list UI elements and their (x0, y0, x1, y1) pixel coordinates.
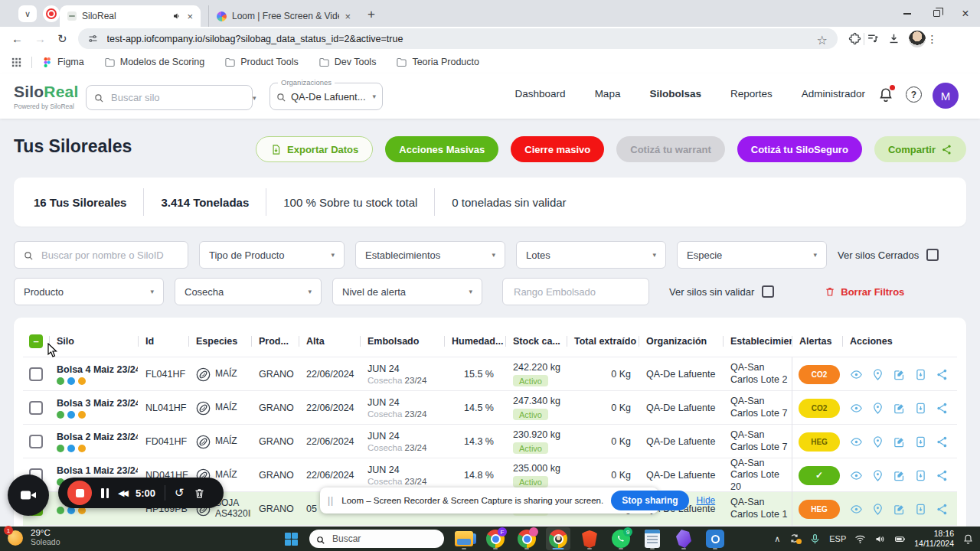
microphone-icon[interactable] (809, 533, 821, 545)
profile-avatar[interactable] (909, 31, 926, 47)
column-header-silo[interactable]: Silo (49, 336, 138, 347)
nav-item-mapa[interactable]: Mapa (595, 88, 621, 99)
weather-widget[interactable]: 1 29°CSoleado (6, 528, 60, 546)
nav-item-reportes[interactable]: Reportes (730, 88, 773, 99)
column-header-establecimiento[interactable]: Establecimiento (723, 336, 792, 347)
column-header-alertas[interactable]: Alertas (792, 336, 842, 347)
clear-filters-button[interactable]: Borrar Filtros (825, 286, 904, 298)
alert-badge[interactable]: HEG (799, 432, 840, 452)
tab-siloreal[interactable]: SiloReal × (60, 5, 201, 27)
silo-search[interactable]: ▾ (86, 85, 253, 110)
bookmark-star-icon[interactable]: ☆ (817, 33, 828, 44)
button-cierre-masivo[interactable]: Cierre masivo (511, 136, 604, 162)
column-header-alta[interactable]: Alta (299, 336, 360, 347)
alert-badge[interactable]: CO2 (799, 365, 840, 384)
share-icon[interactable] (936, 503, 949, 516)
column-header-acciones[interactable]: Acciones (842, 336, 949, 347)
loom-camera-bubble[interactable] (8, 474, 49, 516)
table-row[interactable]: Bolsa 4 Maiz 23/24FL041HFMAÍZGRANO22/06/… (23, 357, 957, 391)
column-header-total-extra-do[interactable]: Total extraído (567, 336, 639, 347)
share-icon[interactable] (936, 402, 949, 415)
rewind-icon[interactable]: ◀◀ (118, 488, 126, 498)
column-header-stock-ca-[interactable]: Stock ca... (505, 336, 567, 347)
button-compartir[interactable]: Compartir (874, 136, 966, 162)
location-icon[interactable] (871, 368, 884, 381)
share-icon[interactable] (936, 469, 949, 482)
column-header-prod-[interactable]: Prod... (251, 336, 299, 347)
tab-close-icon[interactable]: × (187, 11, 193, 22)
trash-icon[interactable] (194, 487, 205, 499)
edit-icon[interactable] (893, 435, 906, 448)
language-indicator[interactable]: ESP (829, 534, 846, 543)
table-row[interactable]: Bolsa 2 Maiz 23/24FD041HFMAÍZGRANO22/06/… (23, 425, 957, 458)
notepad-icon[interactable] (640, 527, 665, 550)
media-control-icon[interactable] (867, 32, 880, 45)
filter-input[interactable] (40, 249, 178, 262)
button-cotiz-tu-siloseguro[interactable]: Cotizá tu SiloSeguro (737, 136, 862, 162)
bookmark-item[interactable]: Product Tools (224, 57, 299, 68)
brave-icon[interactable] (577, 527, 602, 550)
edit-icon[interactable] (893, 503, 906, 516)
wifi-icon[interactable] (854, 533, 866, 545)
location-icon[interactable] (871, 435, 884, 448)
filter-select-especie[interactable]: Especie▾ (677, 241, 827, 269)
downloads-icon[interactable] (887, 32, 900, 45)
nav-item-administrador[interactable]: Administrador (802, 88, 865, 99)
whatsapp-icon[interactable]: 9 (609, 527, 633, 550)
url-input[interactable] (106, 33, 810, 45)
taskbar-search[interactable] (309, 530, 444, 548)
pause-icon[interactable] (101, 488, 109, 498)
reload-icon[interactable]: ↻ (57, 32, 67, 46)
chrome-profile-f-icon[interactable]: F (483, 527, 508, 550)
stop-recording-button[interactable] (67, 481, 92, 505)
column-header-id[interactable]: Id (138, 336, 188, 347)
nav-item-dashboard[interactable]: Dashboard (515, 88, 566, 99)
row-checkbox[interactable] (29, 367, 43, 381)
taskbar-search-input[interactable] (331, 533, 452, 545)
edit-icon[interactable] (893, 402, 906, 415)
stop-sharing-button[interactable]: Stop sharing (611, 491, 688, 510)
bookmark-item[interactable]: Dev Tools (318, 57, 377, 68)
back-icon[interactable]: ← (11, 32, 23, 45)
forward-icon[interactable]: → (34, 32, 46, 45)
column-header-embolsado[interactable]: Embolsado (360, 336, 444, 347)
help-icon[interactable]: ? (906, 86, 922, 103)
filter-input[interactable] (502, 278, 649, 305)
apps-grid-icon[interactable] (11, 57, 22, 68)
notification-bell-icon[interactable] (962, 533, 974, 545)
organization-select[interactable]: Organizaciones QA-De Lafuent... ▾ (270, 83, 383, 110)
filter-checkbox-ver-silos-sin-validar[interactable]: Ver silos sin validar (669, 285, 774, 298)
checkbox[interactable] (762, 285, 774, 298)
silo-search-input[interactable] (109, 91, 247, 104)
silo-name-cell[interactable]: Bolsa 2 Maiz 23/24 (49, 432, 138, 452)
minimize-button[interactable] (893, 0, 922, 27)
location-icon[interactable] (871, 503, 884, 516)
select-all-checkbox[interactable]: – (29, 334, 43, 348)
filter-select-producto[interactable]: Producto▾ (14, 278, 164, 305)
alert-badge[interactable]: HEG (799, 500, 840, 519)
extensions-icon[interactable] (848, 32, 861, 45)
view-icon[interactable] (850, 503, 863, 516)
filter-select-establecimientos[interactable]: Establecimientos▾ (355, 241, 505, 269)
chrome-active-icon[interactable] (546, 527, 570, 550)
report-icon[interactable] (914, 435, 927, 448)
view-icon[interactable] (850, 469, 863, 482)
browser-menu-icon[interactable]: ⋮ (927, 33, 938, 45)
battery-icon[interactable] (894, 533, 906, 545)
volume-icon[interactable] (874, 533, 886, 545)
tab-close-icon[interactable]: × (345, 11, 351, 22)
nav-item-silobolsas[interactable]: Silobolsas (649, 88, 701, 99)
filter-select-cosecha[interactable]: Cosecha▾ (175, 278, 322, 305)
report-icon[interactable] (914, 469, 927, 482)
filter-search[interactable] (14, 241, 188, 269)
clock[interactable]: 18:1614/11/2024 (914, 529, 954, 549)
checkbox[interactable] (926, 249, 939, 261)
address-bar[interactable]: ☆ (78, 28, 838, 49)
button-exportar-datos[interactable]: Exportar Datos (256, 136, 373, 162)
edit-icon[interactable] (893, 469, 906, 482)
edit-icon[interactable] (893, 368, 906, 381)
row-checkbox[interactable] (29, 435, 43, 448)
column-header-especies[interactable]: Especies (188, 336, 251, 347)
tab-loom[interactable]: Loom | Free Screen & Video Re × (208, 5, 358, 27)
file-explorer-icon[interactable] (452, 527, 476, 550)
